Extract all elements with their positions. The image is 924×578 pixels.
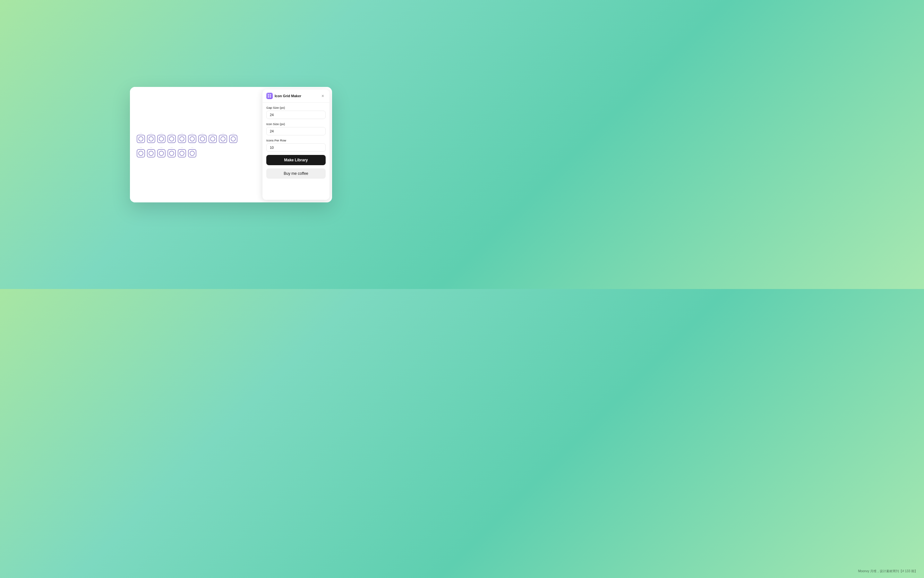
canvas-area: ... ... ... <box>130 87 260 202</box>
icon-dots: ... <box>222 132 224 134</box>
svg-point-27 <box>169 151 174 156</box>
svg-rect-6 <box>168 135 175 143</box>
svg-rect-22 <box>147 149 155 157</box>
svg-rect-0 <box>137 135 145 143</box>
icon-cell: ... <box>188 146 196 158</box>
icon-cell: ... <box>136 146 145 158</box>
svg-rect-32 <box>268 94 269 96</box>
icon-dots: ... <box>150 146 153 148</box>
icon-cell: ... <box>177 146 187 158</box>
gap-size-label: Gap Size (px) <box>266 106 326 109</box>
icon-cell: ... <box>147 132 156 143</box>
svg-point-7 <box>169 136 174 141</box>
icon-row-1: ... ... ... <box>136 132 253 143</box>
svg-point-23 <box>149 151 153 156</box>
svg-rect-12 <box>198 135 206 143</box>
svg-rect-14 <box>209 135 216 143</box>
svg-point-15 <box>211 136 215 141</box>
app-window: ... ... ... <box>130 87 332 202</box>
panel-title-group: Icon Grid Maker <box>266 93 301 99</box>
svg-rect-18 <box>229 135 237 143</box>
icon-dots: ... <box>161 132 162 134</box>
icon-dots: ... <box>191 146 193 148</box>
svg-rect-20 <box>137 149 145 157</box>
svg-point-13 <box>200 136 205 141</box>
svg-rect-30 <box>188 149 196 157</box>
icon-dots: ... <box>212 132 214 134</box>
close-button[interactable]: × <box>320 93 326 99</box>
svg-point-1 <box>139 136 143 141</box>
svg-rect-10 <box>188 135 196 143</box>
svg-point-25 <box>159 151 164 156</box>
icon-size-label: Icon Size (px) <box>266 122 326 126</box>
icon-grid: ... ... ... <box>136 132 253 158</box>
make-library-button[interactable]: Make Library <box>266 155 326 165</box>
svg-rect-26 <box>168 149 175 157</box>
icons-per-row-input[interactable] <box>266 143 326 152</box>
icons-per-row-label: Icons Per Row <box>266 138 326 142</box>
svg-rect-34 <box>268 96 269 97</box>
icon-dots: ... <box>150 132 153 134</box>
icon-dots: ... <box>161 146 162 148</box>
svg-rect-35 <box>270 96 271 97</box>
icon-dots: ... <box>140 146 142 148</box>
gap-size-input[interactable] <box>266 110 326 119</box>
svg-point-21 <box>139 151 143 156</box>
icon-dots: ... <box>191 132 193 134</box>
icon-cell: ... <box>136 132 145 143</box>
svg-rect-28 <box>178 149 186 157</box>
icon-dots: ... <box>232 132 234 134</box>
icon-cell: ... <box>177 132 187 143</box>
buy-coffee-button[interactable]: Buy me coffee <box>266 169 326 179</box>
svg-point-29 <box>180 151 184 156</box>
svg-point-17 <box>221 136 225 141</box>
icon-dots: ... <box>171 132 173 134</box>
svg-point-19 <box>231 136 235 141</box>
icon-cell: ... <box>147 146 156 158</box>
svg-rect-24 <box>158 149 165 157</box>
icon-dots: ... <box>201 132 204 134</box>
svg-rect-2 <box>147 135 155 143</box>
icon-cell: ... <box>167 132 176 143</box>
svg-rect-16 <box>219 135 227 143</box>
icon-cell: ... <box>219 132 227 143</box>
icon-dots: ... <box>171 146 173 148</box>
icon-cell: ... <box>208 132 217 143</box>
icon-cell: ... <box>167 146 176 158</box>
svg-rect-8 <box>178 135 186 143</box>
svg-point-11 <box>190 136 195 141</box>
panel-header: Icon Grid Maker × <box>262 89 330 103</box>
icon-cell: ... <box>198 132 207 143</box>
panel-title: Icon Grid Maker <box>274 94 301 98</box>
icons-per-row-field-group: Icons Per Row <box>266 138 326 152</box>
icon-cell: ... <box>157 146 166 158</box>
icon-cell: ... <box>188 132 196 143</box>
svg-point-5 <box>159 136 164 141</box>
icon-size-field-group: Icon Size (px) <box>266 122 326 135</box>
icon-dots: ... <box>181 132 183 134</box>
icon-cell: ... <box>229 132 238 143</box>
svg-rect-4 <box>158 135 165 143</box>
icon-dots: ... <box>181 146 183 148</box>
panel-body: Gap Size (px) Icon Size (px) Icons Per R… <box>262 103 330 200</box>
svg-point-3 <box>149 136 153 141</box>
icon-cell: ... <box>157 132 166 143</box>
gap-size-field-group: Gap Size (px) <box>266 106 326 119</box>
panel: Icon Grid Maker × Gap Size (px) Icon Siz… <box>262 89 330 200</box>
svg-point-31 <box>190 151 195 156</box>
icon-size-input[interactable] <box>266 127 326 135</box>
icon-dots: ... <box>140 132 142 134</box>
svg-rect-33 <box>270 94 271 96</box>
app-icon <box>266 93 273 99</box>
svg-point-9 <box>180 136 184 141</box>
icon-row-2: ... ... ... <box>136 146 253 158</box>
